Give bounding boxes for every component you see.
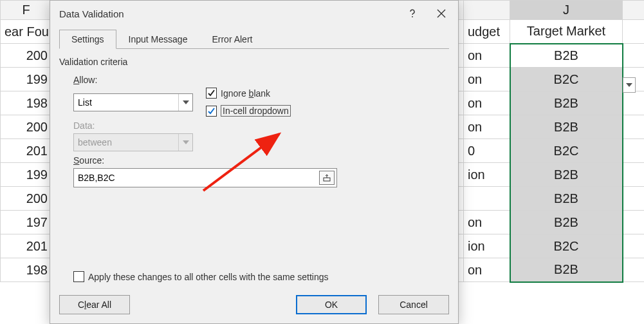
cell-dropdown-button[interactable] xyxy=(623,77,636,93)
svg-rect-1 xyxy=(324,178,330,181)
dialog-title: Data Validation xyxy=(59,8,124,19)
cell-target[interactable]: B2B xyxy=(510,163,623,187)
ignore-blank-checkbox[interactable]: Ignore blank xyxy=(206,88,291,99)
cell-target[interactable]: B2B xyxy=(510,187,623,211)
cell-budget[interactable]: on xyxy=(464,211,510,234)
allow-value: List xyxy=(78,97,92,108)
header-year[interactable]: ear Fou xyxy=(1,20,52,44)
cell-year[interactable]: 200 xyxy=(1,115,52,139)
cell-year[interactable]: 200 xyxy=(1,44,52,68)
cell-budget[interactable]: on xyxy=(464,91,510,115)
cell-year[interactable]: 199 xyxy=(1,68,52,91)
header-budget[interactable]: udget xyxy=(464,20,510,44)
allow-label: Allow: xyxy=(73,75,449,85)
allow-select[interactable]: List xyxy=(73,93,193,111)
apply-all-label: Apply these changes to all other cells w… xyxy=(88,272,329,282)
cell-year[interactable]: 201 xyxy=(1,234,52,258)
cell-budget[interactable]: 0 xyxy=(464,139,510,163)
tab-error-alert[interactable]: Error Alert xyxy=(199,30,264,49)
data-validation-dialog: Data Validation Settings Input Message E… xyxy=(50,0,459,324)
cell-year[interactable]: 201 xyxy=(1,139,52,163)
cell-year[interactable]: 198 xyxy=(1,258,52,282)
cell-budget[interactable]: on xyxy=(464,115,510,139)
apply-all-checkbox[interactable]: Apply these changes to all other cells w… xyxy=(73,271,449,282)
cell-target[interactable]: B2B xyxy=(510,91,623,115)
dialog-titlebar[interactable]: Data Validation xyxy=(50,1,458,26)
range-picker-button[interactable] xyxy=(319,171,335,185)
data-value: between xyxy=(78,137,112,148)
cell-target[interactable]: B2B xyxy=(510,211,623,234)
cell-target[interactable]: B2C xyxy=(510,139,623,163)
cell-year[interactable]: 200 xyxy=(1,187,52,211)
cell-budget[interactable]: on xyxy=(464,258,510,282)
cell-target[interactable]: B2B xyxy=(510,258,623,282)
svg-point-0 xyxy=(412,16,413,17)
source-label: Source: xyxy=(73,155,449,166)
col-header-after xyxy=(623,1,645,20)
cell-target[interactable]: B2C xyxy=(510,234,623,258)
cell-budget[interactable]: on xyxy=(464,44,510,68)
source-input[interactable]: B2B,B2C xyxy=(73,168,337,187)
ok-button[interactable]: OK xyxy=(296,295,367,314)
chevron-down-icon xyxy=(178,134,192,151)
help-button[interactable] xyxy=(398,3,427,24)
cell-target[interactable]: B2B xyxy=(510,115,623,139)
cell-year[interactable]: 198 xyxy=(1,91,52,115)
source-value: B2B,B2C xyxy=(78,173,115,183)
tab-input-message[interactable]: Input Message xyxy=(116,30,200,49)
col-header-f[interactable]: F xyxy=(1,1,52,20)
cancel-button[interactable]: Cancel xyxy=(378,295,449,314)
dialog-tabs: Settings Input Message Error Alert xyxy=(59,29,449,49)
ignore-blank-label: Ignore blank xyxy=(221,88,270,99)
cell-budget[interactable]: ion xyxy=(464,234,510,258)
col-header-j[interactable]: J xyxy=(510,1,623,20)
data-label: Data: xyxy=(73,120,449,131)
validation-criteria-label: Validation criteria xyxy=(59,57,449,67)
cell-budget[interactable]: ion xyxy=(464,163,510,187)
incell-dropdown-label: In-cell dropdown xyxy=(221,105,291,117)
cell-budget[interactable]: on xyxy=(464,68,510,91)
tab-settings[interactable]: Settings xyxy=(59,30,116,49)
cell-target[interactable]: B2C xyxy=(510,68,623,91)
cell-year[interactable]: 197 xyxy=(1,211,52,234)
cell-year[interactable]: 199 xyxy=(1,163,52,187)
chevron-down-icon xyxy=(178,94,192,111)
cell-target[interactable]: B2B xyxy=(510,44,623,68)
col-header-budget-letter[interactable] xyxy=(464,1,510,20)
close-button[interactable] xyxy=(427,3,455,24)
clear-all-button[interactable]: Clear All xyxy=(59,295,130,314)
cell-budget[interactable] xyxy=(464,187,510,211)
header-target[interactable]: Target Market xyxy=(510,20,623,44)
data-select: between xyxy=(73,133,193,151)
incell-dropdown-checkbox[interactable]: In-cell dropdown xyxy=(206,105,291,117)
